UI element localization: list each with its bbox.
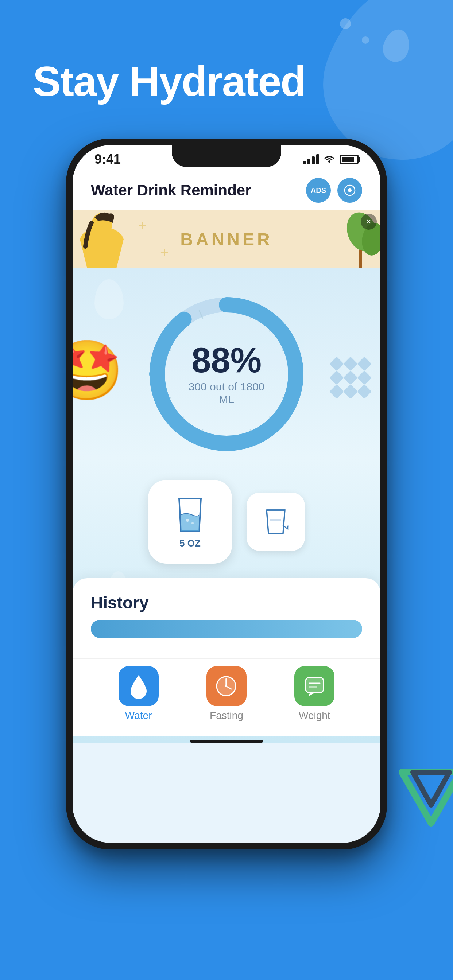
emoji-mascot: 🤩: [73, 337, 124, 405]
ads-button[interactable]: ADS: [306, 178, 331, 203]
signal-bar-3: [312, 156, 315, 164]
custom-drink-icon: [263, 507, 289, 536]
diamond-1: [329, 356, 344, 371]
ml-detail: 300 out of 1800 ML: [185, 380, 268, 406]
status-time: 9:41: [94, 152, 121, 167]
signal-bar-1: [303, 161, 306, 164]
signal-bar-4: [316, 154, 319, 164]
weight-nav-icon: [303, 675, 327, 698]
phone-frame: 9:41: [66, 138, 387, 850]
bg-circle-small-decoration: [362, 37, 369, 44]
progress-ring-container: 88% 300 out of 1800 ML: [143, 290, 310, 458]
water-buttons-area: 5 OZ: [73, 473, 380, 578]
status-icons: [303, 153, 359, 165]
diamond-3: [357, 356, 372, 371]
svg-rect-5: [359, 250, 362, 268]
banner-plus-2: +: [160, 245, 169, 261]
nav-item-weight[interactable]: Weight: [294, 666, 335, 722]
vue-logo-decoration: [395, 761, 453, 834]
signal-bar-2: [308, 159, 310, 164]
fasting-nav-icon: [214, 675, 238, 698]
bg-circle-decoration: [340, 18, 351, 29]
main-content: 🤩: [73, 268, 380, 743]
wifi-icon: [324, 153, 335, 165]
custom-drink-button[interactable]: [247, 493, 305, 551]
svg-point-34: [225, 685, 227, 687]
main-title: Stay Hydrated: [33, 58, 305, 105]
banner-plus-1: +: [138, 217, 147, 234]
battery-icon: [340, 154, 359, 164]
progress-area: 🤩: [73, 283, 380, 473]
history-title: History: [91, 593, 362, 612]
nav-item-water[interactable]: Water: [118, 666, 159, 722]
diamond-9: [357, 384, 372, 399]
history-wave: [91, 620, 362, 638]
svg-point-26: [191, 522, 194, 524]
phone-screen: 9:41: [73, 145, 380, 843]
diamond-7: [329, 384, 344, 399]
svg-point-1: [348, 188, 352, 192]
nav-fasting-label: Fasting: [210, 710, 243, 722]
add-water-button[interactable]: 5 OZ: [148, 480, 232, 564]
header-buttons: ADS: [306, 178, 362, 203]
svg-point-25: [186, 519, 189, 522]
phone-notch: [172, 145, 281, 167]
water-glass-icon: [174, 495, 206, 535]
banner-text: BANNER: [180, 229, 273, 250]
diamond-4: [329, 371, 344, 385]
diamond-2: [343, 356, 358, 371]
app-title: Water Drink Reminder: [91, 181, 251, 199]
banner-girl-illustration: [73, 210, 145, 268]
nav-item-fasting[interactable]: Fasting: [206, 666, 247, 722]
nav-water-icon-container: [118, 666, 159, 706]
banner-close-button[interactable]: ×: [361, 214, 377, 230]
settings-button[interactable]: [337, 178, 362, 203]
svg-point-24: [149, 366, 165, 382]
svg-rect-35: [306, 678, 324, 693]
nav-fasting-icon-container: [206, 666, 247, 706]
bottom-navigation: Water: [73, 659, 380, 736]
nav-weight-label: Weight: [299, 710, 330, 722]
diamond-5: [343, 371, 358, 385]
phone-mockup: 9:41: [66, 138, 387, 850]
percentage-display: 88%: [185, 343, 268, 378]
ring-center: 88% 300 out of 1800 ML: [185, 343, 268, 406]
diamond-8: [343, 384, 358, 399]
nav-weight-icon-container: [294, 666, 335, 706]
diamond-pattern-decoration: [332, 359, 370, 397]
home-indicator: [190, 740, 263, 743]
app-header: Water Drink Reminder ADS: [73, 170, 380, 210]
signal-bars-icon: [303, 154, 319, 164]
nav-water-label: Water: [125, 710, 152, 722]
battery-fill: [342, 157, 354, 162]
diamond-6: [357, 371, 372, 385]
banner-ad: + + BANNER ×: [73, 210, 380, 268]
water-nav-icon: [128, 673, 150, 699]
water-amount-label: 5 OZ: [179, 538, 201, 549]
